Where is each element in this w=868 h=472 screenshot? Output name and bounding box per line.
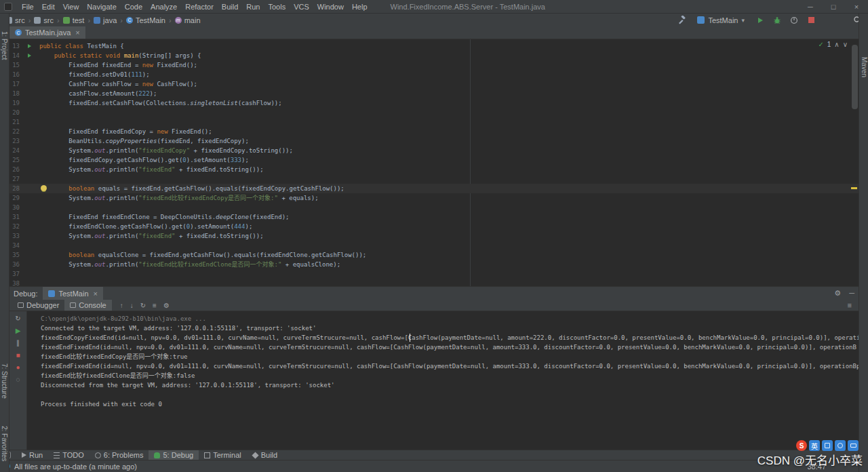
prev-problem-icon[interactable]: ∧ <box>834 41 839 48</box>
line-number[interactable]: 24 <box>9 146 23 155</box>
line-number[interactable]: 23 <box>9 136 23 146</box>
menu-code[interactable]: Code <box>121 3 146 11</box>
view-breakpoints-icon[interactable]: ● <box>16 364 20 371</box>
run-button[interactable] <box>755 15 766 26</box>
console-settings-icon[interactable]: ⚙ <box>163 302 170 309</box>
pause-icon[interactable]: ∥ <box>16 340 20 347</box>
stop-icon[interactable]: ■ <box>16 352 20 359</box>
line-number[interactable]: 27 <box>9 174 23 184</box>
console-line[interactable]: fixedEndCopyFixedEnd(id=null, npv=0.0, d… <box>41 333 859 342</box>
toolwindow-button-debug[interactable]: 5: Debug <box>149 450 199 460</box>
code-line-28[interactable]: 28 boolean equals = fixedEnd.getCashFlow… <box>9 184 859 193</box>
menu-run[interactable]: Run <box>242 3 264 11</box>
console-line[interactable]: fixedEndFixedEnd(id=null, npv=0.0, dv01=… <box>41 342 859 352</box>
line-number[interactable]: 22 <box>9 127 23 136</box>
sidebar-item-project[interactable]: 1: Project <box>1 31 8 60</box>
menu-file[interactable]: File <box>18 3 38 11</box>
console-line[interactable]: fixedEnd比较fixedEndClone是否同一个对象:false <box>41 371 859 380</box>
code-line-22[interactable]: 22 FixedEnd fixedEndCopy = new FixedEnd(… <box>9 127 859 136</box>
mute-breakpoints-icon[interactable]: ◌ <box>16 376 20 383</box>
code-line-19[interactable]: 19 fixedEnd.setCashFlow(Collections.sing… <box>9 98 859 108</box>
console-line[interactable]: Process finished with exit code 0 <box>41 399 859 409</box>
code-line-24[interactable]: 24 System.out.println("fixedEndCopy" + f… <box>9 146 859 155</box>
console-line[interactable]: C:\openjdk\openjdk-8u292-b10\bin\java.ex… <box>41 314 859 323</box>
ime-keyboard-icon[interactable] <box>822 440 833 451</box>
code-editor[interactable]: 13public class TestMain {14 public stati… <box>9 39 859 286</box>
resume-icon[interactable]: ▶ <box>16 328 21 334</box>
code-line-26[interactable]: 26 System.out.println("fixedEnd" + fixed… <box>9 165 859 174</box>
run-line-icon[interactable] <box>28 44 31 48</box>
line-number[interactable]: 14 <box>9 51 23 60</box>
line-number[interactable]: 28 <box>9 184 23 193</box>
code-line-17[interactable]: 17 CashFlow cashFlow = new CashFlow(); <box>9 79 859 89</box>
code-line-38[interactable]: 38 <box>9 279 859 286</box>
warning-stripe-mark[interactable] <box>851 187 857 189</box>
toolwindow-button-todo[interactable]: TODO <box>48 450 90 460</box>
code-line-14[interactable]: 14 public static void main(String[] args… <box>9 51 859 60</box>
code-line-23[interactable]: 23 BeanUtils.copyProperties(fixedEnd, fi… <box>9 136 859 146</box>
toolwindow-button-run[interactable]: Run <box>16 450 48 460</box>
menu-vcs[interactable]: VCS <box>290 3 313 11</box>
line-number[interactable]: 26 <box>9 165 23 174</box>
line-number[interactable]: 36 <box>9 260 23 269</box>
menu-build[interactable]: Build <box>218 3 242 11</box>
line-number[interactable]: 18 <box>9 89 23 98</box>
stop-button[interactable] <box>806 15 816 26</box>
line-number[interactable]: 15 <box>9 60 23 70</box>
line-number[interactable]: 38 <box>9 279 23 286</box>
sidebar-item-favorites[interactable]: 2: Favorites <box>1 426 8 461</box>
console-line[interactable]: Disconnected from the target VM, address… <box>41 380 859 390</box>
line-number[interactable]: 21 <box>9 117 23 127</box>
maximize-button[interactable]: □ <box>822 0 845 14</box>
console-line[interactable] <box>41 390 859 399</box>
close-button[interactable]: × <box>845 0 868 14</box>
line-number[interactable]: 34 <box>9 241 23 250</box>
build-hammer-icon[interactable] <box>676 15 687 26</box>
run-config-select[interactable]: TestMain ▾ <box>693 16 749 25</box>
ime-language-button[interactable]: 英 <box>809 440 820 451</box>
code-line-30[interactable]: 30 <box>9 203 859 212</box>
console-line[interactable]: fixedEnd比较fixedEndCopy是否同一个对象:true <box>41 352 859 361</box>
ime-tools-icon[interactable] <box>835 440 846 451</box>
menu-analyze[interactable]: Analyze <box>146 3 181 11</box>
line-number[interactable]: 29 <box>9 193 23 203</box>
coverage-button[interactable] <box>789 15 800 26</box>
minimize-button[interactable]: ─ <box>799 0 822 14</box>
layout-options-icon[interactable]: ≡ <box>848 301 852 309</box>
line-number[interactable]: 19 <box>9 98 23 108</box>
line-number[interactable]: 25 <box>9 155 23 165</box>
code-line-13[interactable]: 13public class TestMain { <box>9 41 859 51</box>
editor-tab-testmain[interactable]: C TestMain.java × <box>9 26 85 39</box>
code-line-33[interactable]: 33 System.out.println("fixedEnd" + fixed… <box>9 231 859 241</box>
code-line-20[interactable]: 20 <box>9 108 859 117</box>
code-line-32[interactable]: 32 fixedEndClone.getCashFlow().get(0).se… <box>9 222 859 231</box>
code-line-21[interactable]: 21 <box>9 117 859 127</box>
code-line-29[interactable]: 29 System.out.println("fixedEnd比较fixedEn… <box>9 193 859 203</box>
up-stack-icon[interactable]: ↑ <box>120 302 123 309</box>
breadcrumb-item-main[interactable]: mmain <box>175 16 201 24</box>
debug-button[interactable] <box>772 15 783 26</box>
code-line-36[interactable]: 36 System.out.println("fixedEnd比较fixedEn… <box>9 260 859 269</box>
menu-help[interactable]: Help <box>348 3 372 11</box>
close-tab-icon[interactable]: × <box>75 28 79 37</box>
restore-layout-icon[interactable]: ↻ <box>140 302 146 309</box>
ime-panel-icon[interactable] <box>848 440 859 451</box>
close-session-icon[interactable]: × <box>94 290 98 298</box>
next-problem-icon[interactable]: ∨ <box>843 41 848 48</box>
menu-view[interactable]: View <box>59 3 83 11</box>
menu-window[interactable]: Window <box>313 3 348 11</box>
breadcrumb-item-test[interactable]: test <box>63 16 85 24</box>
line-number[interactable]: 13 <box>9 41 23 51</box>
line-number[interactable]: 20 <box>9 108 23 117</box>
intention-bulb-icon[interactable] <box>41 185 47 191</box>
console-line[interactable]: Connected to the target VM, address: '12… <box>41 323 859 333</box>
sidebar-item-maven[interactable]: Maven <box>861 57 868 77</box>
code-line-37[interactable]: 37 <box>9 269 859 279</box>
toolwindow-button-problems[interactable]: 6: Problems <box>90 450 149 460</box>
ime-logo-icon[interactable]: S <box>796 440 807 451</box>
line-number[interactable]: 35 <box>9 250 23 260</box>
breadcrumb-item-src[interactable]: src <box>34 16 54 24</box>
sidebar-item-structure[interactable]: 7: Structure <box>1 363 8 399</box>
console-line[interactable]: fixedEndFixedEnd(id=null, npv=0.0, dv01=… <box>41 361 859 371</box>
code-line-27[interactable]: 27 <box>9 174 859 184</box>
